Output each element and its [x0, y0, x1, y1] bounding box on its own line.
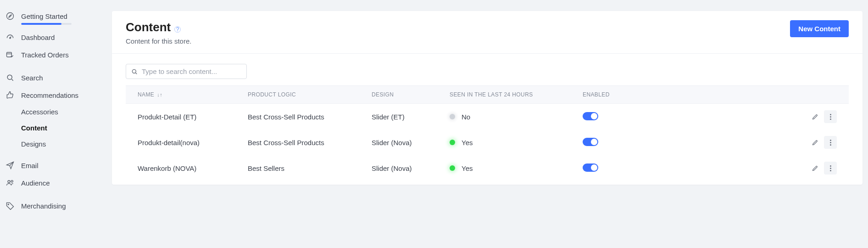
- svg-point-6: [11, 180, 13, 182]
- users-icon: [5, 178, 21, 187]
- help-icon[interactable]: ?: [174, 26, 181, 33]
- sidebar-item-label: Designs: [21, 140, 46, 148]
- page-title: Content: [126, 20, 171, 34]
- more-button[interactable]: [824, 162, 837, 175]
- sort-icon: ↓↑: [157, 92, 162, 97]
- cell-design: Slider (Nova): [372, 139, 450, 147]
- sidebar-item-label: Recommendations: [21, 91, 78, 99]
- kebab-icon: [830, 139, 831, 146]
- cell-logic: Best Sellers: [248, 164, 372, 172]
- svg-point-5: [8, 180, 10, 183]
- cell-seen: Yes: [450, 139, 583, 147]
- package-check-icon: [5, 50, 21, 59]
- cell-seen: Yes: [450, 164, 583, 172]
- sidebar-item-search[interactable]: Search: [0, 69, 106, 86]
- svg-point-8: [132, 69, 136, 73]
- seen-label: Yes: [462, 139, 473, 147]
- cell-name: Produkt-Detail (ET): [138, 113, 248, 121]
- cell-enabled: [583, 138, 665, 147]
- seen-label: Yes: [462, 164, 473, 172]
- edit-button[interactable]: [808, 110, 821, 123]
- thumbs-up-icon: [5, 90, 21, 100]
- sidebar-item-email[interactable]: Email: [0, 157, 106, 174]
- table-row[interactable]: Produkt-detail(nova)Best Cross-Sell Prod…: [126, 130, 849, 155]
- search-icon: [131, 68, 138, 75]
- more-button[interactable]: [824, 136, 837, 149]
- svg-marker-1: [9, 15, 12, 18]
- content-card: Content ? Content for this store. New Co…: [112, 11, 862, 185]
- kebab-icon: [830, 113, 831, 120]
- sidebar-item-getting-started[interactable]: Getting Started: [0, 7, 106, 25]
- status-dot-icon: [450, 140, 455, 145]
- svg-point-0: [7, 13, 14, 20]
- sidebar-item-content[interactable]: Content: [0, 120, 106, 136]
- sidebar-item-label: Audience: [21, 179, 50, 187]
- cell-logic: Best Cross-Sell Products: [248, 139, 372, 147]
- cell-seen: No: [450, 113, 583, 121]
- table-row[interactable]: Warenkorb (NOVA)Best SellersSlider (Nova…: [126, 155, 849, 181]
- content-table: NAME ↓↑ PRODUCT LOGIC DESIGN SEEN IN THE…: [126, 85, 849, 181]
- new-content-button[interactable]: New Content: [790, 20, 849, 37]
- sidebar-item-label: Dashboard: [21, 34, 55, 41]
- column-header-name[interactable]: NAME ↓↑: [138, 91, 248, 98]
- sidebar-item-tracked-orders[interactable]: Tracked Orders: [0, 46, 106, 63]
- sidebar-item-label: Accessories: [21, 108, 58, 116]
- seen-label: No: [462, 113, 470, 121]
- svg-point-4: [7, 75, 12, 79]
- sidebar-item-label: Getting Started: [21, 12, 67, 20]
- pencil-icon: [812, 113, 818, 120]
- page-subtitle: Content for this store.: [126, 37, 191, 45]
- enabled-toggle[interactable]: [583, 138, 598, 146]
- tag-icon: [5, 201, 21, 210]
- status-dot-icon: [450, 114, 455, 119]
- gauge-icon: [5, 33, 21, 42]
- svg-point-7: [8, 204, 9, 205]
- column-header-seen[interactable]: SEEN IN THE LAST 24 HOURS: [450, 91, 583, 98]
- sidebar-item-label: Email: [21, 162, 39, 169]
- sidebar-item-audience[interactable]: Audience: [0, 174, 106, 192]
- cell-name: Warenkorb (NOVA): [138, 164, 248, 172]
- sidebar-item-accessories[interactable]: Accessories: [0, 104, 106, 120]
- send-icon: [5, 161, 21, 170]
- cell-enabled: [583, 163, 665, 173]
- sidebar-item-designs[interactable]: Designs: [0, 136, 106, 152]
- sidebar-item-merchandising[interactable]: Merchandising: [0, 197, 106, 214]
- edit-button[interactable]: [808, 136, 821, 149]
- column-header-logic[interactable]: PRODUCT LOGIC: [248, 91, 372, 98]
- search-field[interactable]: [126, 64, 247, 79]
- search-input[interactable]: [142, 68, 242, 75]
- enabled-toggle[interactable]: [583, 163, 598, 172]
- sidebar-item-label: Search: [21, 74, 43, 82]
- column-header-enabled[interactable]: ENABLED: [583, 91, 665, 98]
- edit-button[interactable]: [808, 162, 821, 175]
- table-row[interactable]: Produkt-Detail (ET)Best Cross-Sell Produ…: [126, 104, 849, 130]
- column-header-design[interactable]: DESIGN: [372, 91, 450, 98]
- kebab-icon: [830, 165, 831, 172]
- cell-enabled: [583, 112, 665, 122]
- cell-design: Slider (Nova): [372, 164, 450, 172]
- pencil-icon: [812, 165, 818, 172]
- cell-logic: Best Cross-Sell Products: [248, 113, 372, 121]
- getting-started-progress: [0, 23, 106, 25]
- sidebar-item-label: Content: [21, 124, 47, 132]
- status-dot-icon: [450, 165, 455, 171]
- compass-icon: [5, 11, 21, 21]
- search-icon: [5, 73, 21, 82]
- sidebar-item-dashboard[interactable]: Dashboard: [0, 28, 106, 46]
- sidebar: Getting Started Dashboard Tracked Orders…: [0, 0, 106, 248]
- sidebar-item-recommendations[interactable]: Recommendations: [0, 86, 106, 104]
- cell-design: Slider (ET): [372, 113, 450, 121]
- sidebar-item-label: Merchandising: [21, 202, 66, 210]
- more-button[interactable]: [824, 110, 837, 123]
- pencil-icon: [812, 139, 818, 146]
- cell-name: Produkt-detail(nova): [138, 139, 248, 147]
- sidebar-item-label: Tracked Orders: [21, 51, 69, 59]
- enabled-toggle[interactable]: [583, 112, 598, 120]
